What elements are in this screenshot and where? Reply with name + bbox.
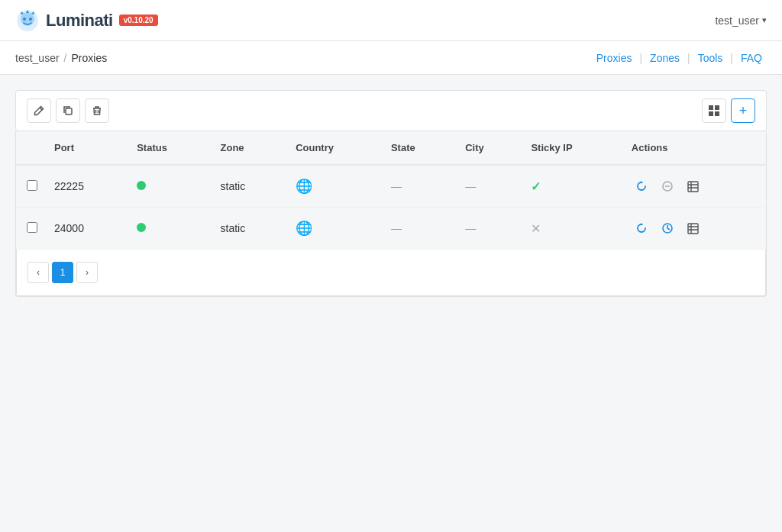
row1-checkbox[interactable]: [27, 180, 37, 191]
row1-city: —: [453, 165, 519, 208]
actions-cell-2: [632, 218, 754, 238]
delete-button[interactable]: [85, 98, 109, 123]
refresh-button-2[interactable]: [632, 218, 651, 238]
row1-zone: static: [208, 165, 284, 208]
breadcrumb-current: Proxies: [71, 52, 107, 64]
svg-rect-4: [66, 108, 72, 114]
clock-button-2[interactable]: [658, 218, 677, 238]
status-active-icon: [137, 181, 146, 190]
breadcrumb-separator: /: [64, 52, 67, 64]
app-title: Luminati: [46, 11, 113, 31]
grid-view-button[interactable]: [702, 98, 726, 123]
refresh-icon: [635, 180, 648, 192]
col-checkbox: [16, 131, 42, 165]
toolbar: +: [15, 90, 767, 131]
col-port: Port: [42, 131, 124, 165]
col-state: State: [379, 131, 453, 165]
globe-icon-2: 🌐: [296, 221, 312, 236]
stop-button-1[interactable]: [658, 176, 677, 196]
table-wrapper: Port Status Zone Country State City Stic…: [15, 131, 767, 297]
toolbar-right: +: [702, 98, 755, 123]
breadcrumb-user: test_user: [15, 52, 60, 64]
svg-rect-18: [688, 224, 698, 234]
globe-icon: 🌐: [296, 179, 312, 194]
svg-rect-8: [715, 111, 719, 116]
row2-country: 🌐: [283, 208, 379, 250]
table-icon-2: [687, 223, 699, 234]
proxies-table: Port Status Zone Country State City Stic…: [16, 131, 766, 249]
actions-cell-1: [632, 176, 754, 196]
row2-status: [124, 208, 208, 250]
nav-bar: test_user / Proxies Proxies | Zones | To…: [0, 41, 782, 75]
status-active-icon-2: [137, 223, 146, 232]
user-menu[interactable]: test_user: [715, 15, 767, 27]
row1-sticky-ip: ✓: [519, 165, 619, 208]
pagination: ‹ 1 ›: [16, 249, 766, 296]
col-actions: Actions: [619, 131, 766, 165]
col-city: City: [453, 131, 519, 165]
row1-status: [124, 165, 208, 208]
svg-rect-6: [715, 105, 719, 110]
svg-point-3: [29, 18, 32, 21]
svg-line-17: [667, 228, 670, 230]
table-header-row: Port Status Zone Country State City Stic…: [16, 131, 766, 165]
stop-icon: [661, 180, 674, 192]
copy-icon: [63, 105, 73, 116]
logo-icon: [15, 8, 40, 33]
table-row: 22225 static 🌐 — — ✓: [16, 165, 766, 208]
sticky-check-icon: ✓: [531, 180, 541, 193]
trash-icon: [92, 105, 102, 116]
details-button-2[interactable]: [683, 218, 703, 238]
next-page-button[interactable]: ›: [76, 262, 98, 283]
nav-link-proxies[interactable]: Proxies: [592, 52, 637, 64]
row2-zone: static: [208, 208, 284, 250]
svg-rect-7: [709, 111, 713, 116]
row1-actions: [619, 165, 766, 208]
row2-city: —: [453, 208, 519, 250]
copy-button[interactable]: [56, 98, 80, 123]
toolbar-left: [27, 98, 109, 123]
row1-checkbox-cell: [16, 165, 42, 208]
edit-button[interactable]: [27, 98, 51, 123]
logo-area: Luminati v0.10.20: [15, 8, 158, 33]
row2-checkbox-cell: [16, 208, 42, 250]
svg-rect-5: [709, 105, 713, 110]
table-row: 24000 static 🌐 — — ✕: [16, 208, 766, 250]
col-status: Status: [124, 131, 208, 165]
row1-state: —: [379, 165, 453, 208]
svg-rect-11: [688, 182, 698, 192]
row2-sticky-ip: ✕: [519, 208, 619, 250]
row2-state: —: [379, 208, 453, 250]
version-badge: v0.10.20: [119, 15, 158, 26]
nav-link-zones[interactable]: Zones: [645, 52, 684, 64]
refresh-icon-2: [635, 222, 648, 234]
prev-page-button[interactable]: ‹: [27, 262, 49, 283]
nav-links: Proxies | Zones | Tools | FAQ: [592, 52, 767, 64]
nav-link-faq[interactable]: FAQ: [736, 52, 767, 64]
details-button-1[interactable]: [683, 176, 703, 196]
col-sticky-ip: Sticky IP: [519, 131, 619, 165]
breadcrumb: test_user / Proxies: [15, 52, 107, 64]
username-label: test_user: [715, 15, 759, 27]
row1-country: 🌐: [283, 165, 379, 208]
add-icon: +: [739, 103, 748, 119]
col-country: Country: [283, 131, 379, 165]
nav-link-tools[interactable]: Tools: [693, 52, 728, 64]
clock-icon: [661, 222, 674, 234]
col-zone: Zone: [208, 131, 284, 165]
row1-port: 22225: [42, 165, 124, 208]
row2-actions: [619, 208, 766, 250]
svg-point-2: [23, 18, 26, 21]
grid-icon: [708, 105, 720, 117]
page-1-button[interactable]: 1: [52, 262, 73, 283]
header: Luminati v0.10.20 test_user: [0, 0, 782, 41]
row2-checkbox[interactable]: [27, 222, 37, 233]
table-icon: [687, 181, 699, 192]
edit-icon: [34, 105, 44, 116]
row2-port: 24000: [42, 208, 124, 250]
add-button[interactable]: +: [731, 98, 755, 123]
main-content: + Port Status Zone Country State City St…: [0, 75, 782, 312]
refresh-button-1[interactable]: [632, 176, 651, 196]
sticky-x-icon: ✕: [531, 222, 541, 235]
